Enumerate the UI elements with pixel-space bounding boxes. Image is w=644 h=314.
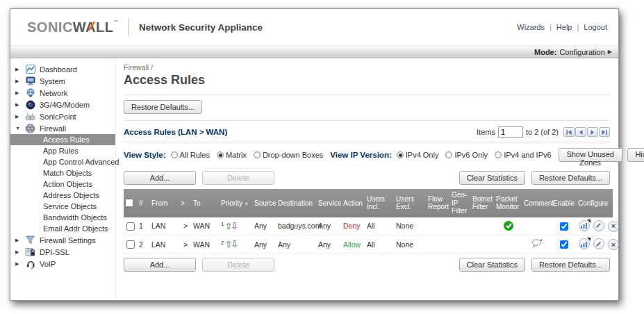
last-page-button[interactable] — [599, 127, 610, 137]
col-header-destination[interactable]: Destination — [276, 189, 317, 217]
radio-icon[interactable] — [254, 151, 261, 158]
hide-disabled-rules-button[interactable]: Hide Disabled Rules — [627, 148, 644, 162]
clear-statistics-button[interactable]: Clear Statistics — [459, 258, 525, 272]
col-header-action[interactable]: Action — [342, 189, 365, 217]
col-header-configure[interactable]: Configure — [577, 189, 613, 217]
radio-ipv4-only[interactable]: IPv4 Only — [397, 151, 439, 159]
first-page-button[interactable] — [563, 127, 575, 137]
sidebar-item-label: DPI-SSL — [40, 248, 69, 256]
radio-checked-icon[interactable] — [217, 151, 224, 158]
rule-action: Allow — [342, 236, 365, 254]
enable-checkbox[interactable] — [560, 240, 568, 249]
sidebar-item-address-objects[interactable]: Address Objects — [10, 190, 115, 201]
restore-defaults-small-button[interactable]: Restore Defaults... — [531, 258, 610, 272]
sidebar-item-network[interactable]: ▶ Network — [10, 87, 115, 99]
sidebar-item-dpi-ssl[interactable]: ▶ DPI-SSL — [10, 246, 115, 258]
show-unused-zones-button[interactable]: Show Unused Zones — [559, 148, 622, 162]
edit-button[interactable] — [593, 238, 604, 249]
sidebar-item-action-objects[interactable]: Action Objects — [10, 179, 115, 190]
restore-defaults-small-button[interactable]: Restore Defaults... — [531, 171, 610, 185]
comment-bubble-icon[interactable] — [531, 239, 543, 249]
expand-arrow-icon[interactable]: ▶ — [15, 102, 21, 108]
rule-flow-report — [427, 236, 450, 254]
radio-drop-down-boxes[interactable]: Drop-down Boxes — [254, 151, 323, 159]
sidebar-item-dashboard[interactable]: ▶ Dashboard — [10, 63, 115, 75]
wizards-link[interactable]: Wizards — [517, 23, 545, 31]
radio-checked-icon[interactable] — [397, 151, 404, 158]
expand-arrow-icon[interactable]: ▶ — [15, 67, 21, 72]
add-button[interactable]: Add... — [124, 171, 196, 185]
col-header-num[interactable]: # — [138, 189, 150, 217]
expand-arrow-icon[interactable]: ▶ — [15, 78, 21, 84]
statistics-button[interactable] — [579, 220, 590, 231]
col-header-geo-ip-filter[interactable]: Geo-IP Filter — [450, 189, 471, 217]
expand-arrow-icon[interactable]: ▶ — [15, 261, 21, 267]
sidebar-item-service-objects[interactable]: Service Objects — [10, 201, 115, 212]
col-header-flow-report[interactable]: Flow Report — [427, 189, 450, 217]
expand-arrow-icon[interactable]: ▶ — [15, 249, 21, 255]
col-header-service[interactable]: Service — [317, 189, 342, 217]
radio-label: IPv4 and IPv6 — [504, 151, 552, 159]
sidebar-item-bandwidth-objects[interactable]: Bandwidth Objects — [10, 212, 115, 223]
mode-arrow-icon[interactable]: ▶ — [608, 49, 612, 55]
edit-button[interactable] — [593, 220, 604, 231]
mode-value[interactable]: Configuration — [559, 48, 604, 56]
col-header-from[interactable]: From — [150, 189, 179, 217]
sidebar-item-firewall[interactable]: ▼ Firewall — [10, 122, 115, 134]
priority-down-icon[interactable]: ⇩ — [231, 239, 238, 249]
enable-checkbox[interactable] — [560, 222, 568, 231]
col-header-users-excl[interactable]: Users Excl. — [395, 189, 427, 217]
items-page-input[interactable] — [498, 126, 523, 138]
radio-ipv6-only[interactable]: IPv6 Only — [445, 151, 488, 159]
sort-desc-icon[interactable]: ▼ — [244, 201, 249, 206]
clear-statistics-button[interactable]: Clear Statistics — [459, 171, 525, 185]
sonicwall-logo: SONICWALL™ — [27, 19, 119, 35]
sidebar-item-system[interactable]: ▶ System — [10, 75, 115, 87]
sidebar-item-voip[interactable]: ▶ VoIP — [10, 258, 115, 270]
sidebar-item-app-control-advanced[interactable]: App Control Advanced — [10, 156, 115, 167]
restore-defaults-button[interactable]: Restore Defaults... — [124, 100, 202, 114]
expand-arrow-icon[interactable]: ▶ — [15, 90, 21, 96]
sidebar-item-email-addr-objects[interactable]: Email Addr Objects — [10, 223, 115, 234]
col-header-comment[interactable]: Comment — [522, 189, 552, 217]
sidebar-item-3g4g-modem[interactable]: ▶ 3G/4G/Modem — [10, 99, 115, 110]
logout-link[interactable]: Logout — [584, 23, 607, 31]
col-header-users-incl[interactable]: Users Incl. — [365, 189, 395, 217]
expand-arrow-icon[interactable]: ▶ — [15, 238, 21, 243]
radio-ipv4-and-ipv6[interactable]: IPv4 and IPv6 — [495, 151, 552, 159]
row-select-checkbox[interactable] — [126, 240, 135, 249]
sidebar-item-sonicpoint[interactable]: ▶ SonicPoint — [10, 110, 115, 122]
radio-icon[interactable] — [171, 151, 178, 158]
col-header-to[interactable]: To — [192, 189, 220, 217]
select-all-checkbox[interactable] — [125, 199, 133, 207]
statistics-button[interactable] — [579, 238, 590, 249]
logo-text-sonic: SONIC — [27, 19, 73, 35]
sidebar-item-access-rules[interactable]: Access Rules — [10, 134, 115, 145]
delete-button[interactable]: Delete — [202, 171, 274, 185]
col-header-source[interactable]: Source — [253, 189, 276, 217]
col-header-packet-monitor[interactable]: Packet Monitor — [495, 189, 522, 217]
sidebar-item-match-objects[interactable]: Match Objects — [10, 167, 115, 179]
view-options-row: View Style: All Rules Matrix Drop-down B… — [124, 142, 610, 167]
col-header-priority[interactable]: Priority▼ — [220, 189, 253, 217]
col-header-botnet-filter[interactable]: Botnet Filter — [471, 189, 495, 217]
add-button[interactable]: Add... — [124, 258, 196, 272]
radio-matrix[interactable]: Matrix — [217, 151, 247, 159]
row-select-checkbox[interactable] — [126, 222, 135, 231]
delete-rule-button[interactable]: × — [608, 239, 619, 250]
expand-arrow-icon[interactable]: ▶ — [15, 114, 21, 119]
radio-icon[interactable] — [495, 151, 502, 158]
radio-all-rules[interactable]: All Rules — [171, 151, 210, 159]
delete-button[interactable]: Delete — [202, 258, 274, 272]
priority-down-icon[interactable]: ⇩ — [231, 221, 238, 231]
prev-page-button[interactable] — [575, 127, 586, 137]
delete-rule-button[interactable]: × — [608, 221, 619, 232]
sidebar-item-label: Firewall — [40, 124, 66, 133]
sidebar-item-app-rules[interactable]: App Rules — [10, 145, 115, 156]
sidebar-item-firewall-settings[interactable]: ▶ Firewall Settings — [10, 234, 115, 246]
col-header-enable[interactable]: Enable — [552, 189, 577, 217]
next-page-button[interactable] — [587, 127, 598, 137]
radio-icon[interactable] — [445, 151, 452, 158]
collapse-arrow-icon[interactable]: ▼ — [15, 126, 21, 131]
help-link[interactable]: Help — [556, 23, 572, 31]
